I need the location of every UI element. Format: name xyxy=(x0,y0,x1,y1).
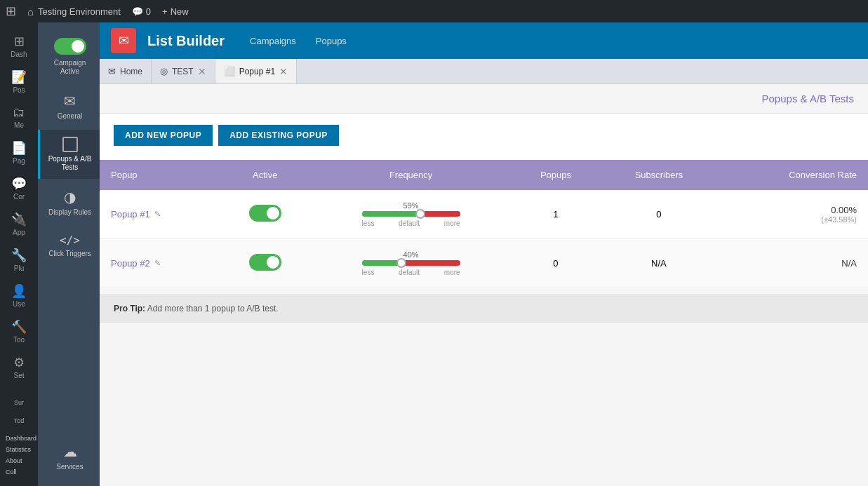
plugin-title: List Builder xyxy=(147,33,225,49)
sub-about[interactable]: About xyxy=(0,455,38,466)
sidebar-item-comments[interactable]: 💬 Cor xyxy=(0,170,38,206)
wp-sidebar: ⊞ Dash 📝 Pos 🗂 Me 📄 Pag 💬 Cor 🔌 App 🔧 Pl… xyxy=(0,22,38,486)
popup-name-link[interactable]: Popup #2 ✎ xyxy=(111,258,208,269)
posts-icon: 📝 xyxy=(11,69,27,85)
popups-ab-icon xyxy=(62,137,78,152)
main-layout: ⊞ Dash 📝 Pos 🗂 Me 📄 Pag 💬 Cor 🔌 App 🔧 Pl… xyxy=(0,22,868,486)
sub-statistics[interactable]: Statistics xyxy=(0,444,38,455)
sidebar-item-media[interactable]: 🗂 Me xyxy=(0,100,38,135)
tab-home-label: Home xyxy=(120,67,142,76)
pro-tip-text: Add more than 1 popup to A/B test. xyxy=(147,304,279,313)
row-active-toggle[interactable] xyxy=(249,205,281,222)
conversion-rate: N/A xyxy=(718,239,868,288)
row-active-toggle[interactable] xyxy=(249,254,281,271)
plugin-sidebar-services[interactable]: ☁ Services xyxy=(38,436,100,478)
tod-label: Tod xyxy=(14,417,25,424)
label-more: more xyxy=(444,220,460,227)
dash-icon: ⊞ xyxy=(14,34,25,49)
comments-sidebar-icon: 💬 xyxy=(11,176,27,191)
label-less: less xyxy=(362,220,375,227)
plugin-sidebar-display-rules[interactable]: ◑ Display Rules xyxy=(38,182,100,224)
plugin-sidebar-campaign-active[interactable]: Campaign Active xyxy=(38,31,100,83)
popups-count: 1 xyxy=(512,190,601,239)
plugin-sidebar-general[interactable]: ✉ General xyxy=(38,86,100,127)
slider-track[interactable] xyxy=(362,211,460,217)
sidebar-item-tod[interactable]: Tod xyxy=(0,412,38,430)
sidebar-item-users[interactable]: 👤 Use xyxy=(0,278,38,313)
col-header-subscribers: Subscribers xyxy=(600,160,717,190)
sidebar-label-appearance: App xyxy=(13,229,25,236)
sidebar-item-plugins[interactable]: 🔧 Plu xyxy=(0,242,38,278)
col-header-popup: Popup xyxy=(100,160,220,190)
plugin-header: ✉ List Builder Campaigns Popups xyxy=(100,22,868,59)
edit-icon: ✎ xyxy=(154,259,161,268)
frequency-container: 40% less default more xyxy=(322,250,500,276)
sidebar-item-settings[interactable]: ⚙ Set xyxy=(0,349,38,385)
inner-content: Popups & A/B Tests ADD NEW POPUP ADD EXI… xyxy=(100,84,868,486)
campaign-active-toggle[interactable] xyxy=(54,38,86,55)
nav-popups[interactable]: Popups xyxy=(307,32,355,50)
col-header-frequency: Frequency xyxy=(311,160,512,190)
table-row: Popup #2 ✎ 40% less default more 0N/A N/… xyxy=(100,239,868,288)
edit-icon: ✎ xyxy=(154,210,161,219)
tab-popup1-label: Popup #1 xyxy=(239,67,275,76)
popups-table: Popup Active Frequency Popups Subscriber… xyxy=(100,160,868,288)
popup-name-link[interactable]: Popup #1 ✎ xyxy=(111,209,208,220)
tab-test[interactable]: ◎ TEST ✕ xyxy=(152,59,215,83)
slider-track[interactable] xyxy=(362,260,460,266)
sidebar-item-tools[interactable]: 🔨 Too xyxy=(0,313,38,349)
section-title: Popups & A/B Tests xyxy=(762,93,854,104)
general-label: General xyxy=(58,112,83,120)
new-menu-item[interactable]: New xyxy=(162,6,189,17)
sidebar-label-posts: Pos xyxy=(13,86,25,94)
survey-label: Sur xyxy=(14,399,24,406)
click-triggers-label: Click Triggers xyxy=(48,250,91,258)
sidebar-label-comments: Cor xyxy=(13,193,25,201)
slider-thumb xyxy=(415,209,425,219)
sidebar-item-appearance[interactable]: 🔌 App xyxy=(0,206,38,242)
tab-popup1-close[interactable]: ✕ xyxy=(279,67,288,76)
conversion-rate-value: N/A xyxy=(729,258,857,269)
conversion-rate-sub: (±43.58%) xyxy=(729,215,857,224)
subscribers-count: N/A xyxy=(600,239,717,288)
slider-labels: less default more xyxy=(362,220,460,227)
sidebar-item-survey[interactable]: Sur xyxy=(0,393,38,412)
admin-bar: ⊞ ⌂ Testing Environment 💬 0 New xyxy=(0,0,868,22)
popups-count: 0 xyxy=(512,239,601,288)
popups-ab-label: Popups & A/B Tests xyxy=(44,155,95,172)
frequency-container: 59% less default more xyxy=(322,201,500,227)
comments-icon: 💬 xyxy=(132,6,143,17)
add-existing-popup-button[interactable]: ADD EXISTING POPUP xyxy=(218,125,339,146)
tab-popup1-icon: ⬜ xyxy=(224,66,235,76)
display-rules-label: Display Rules xyxy=(48,208,91,217)
frequency-percent: 59% xyxy=(403,201,419,210)
sidebar-item-pages[interactable]: 📄 Pag xyxy=(0,135,38,170)
campaign-active-label: Campaign Active xyxy=(44,59,95,76)
nav-campaigns[interactable]: Campaigns xyxy=(241,32,305,50)
tab-home[interactable]: ✉ Home xyxy=(100,59,152,83)
sidebar-item-posts[interactable]: 📝 Pos xyxy=(0,64,38,100)
plugin-nav: Campaigns Popups xyxy=(241,32,355,50)
tools-icon: 🔨 xyxy=(11,319,27,335)
frequency-percent: 40% xyxy=(403,250,419,259)
sub-coll[interactable]: Coll xyxy=(0,466,38,478)
conversion-rate: 0.00% (±43.58%) xyxy=(718,190,868,239)
plugin-sidebar-click-triggers[interactable]: </> Click Triggers xyxy=(38,227,100,265)
tabs-bar: ✉ Home ◎ TEST ✕ ⬜ Popup #1 ✕ xyxy=(100,59,868,84)
sub-dashboard[interactable]: Dashboard xyxy=(0,433,38,444)
content-area: ✉ List Builder Campaigns Popups ✉ Home ◎… xyxy=(100,22,868,486)
site-name[interactable]: ⌂ Testing Environment xyxy=(27,6,121,18)
tab-home-icon: ✉ xyxy=(108,66,116,76)
plugins-icon: 🔧 xyxy=(11,248,27,263)
pro-tip-prefix: Pro Tip: xyxy=(114,304,145,313)
comments-link[interactable]: 💬 0 xyxy=(132,6,151,17)
settings-icon: ⚙ xyxy=(13,355,25,370)
add-new-popup-button[interactable]: ADD NEW POPUP xyxy=(114,125,213,146)
sidebar-item-dash[interactable]: ⊞ Dash xyxy=(0,28,38,64)
comments-count: 0 xyxy=(146,6,151,17)
pro-tip-bar: Pro Tip: Add more than 1 popup to A/B te… xyxy=(100,294,868,323)
tab-test-close[interactable]: ✕ xyxy=(198,67,206,76)
plugin-sidebar-popups-ab[interactable]: Popups & A/B Tests xyxy=(38,130,100,179)
display-rules-icon: ◑ xyxy=(64,189,76,205)
tab-popup1[interactable]: ⬜ Popup #1 ✕ xyxy=(215,59,297,83)
